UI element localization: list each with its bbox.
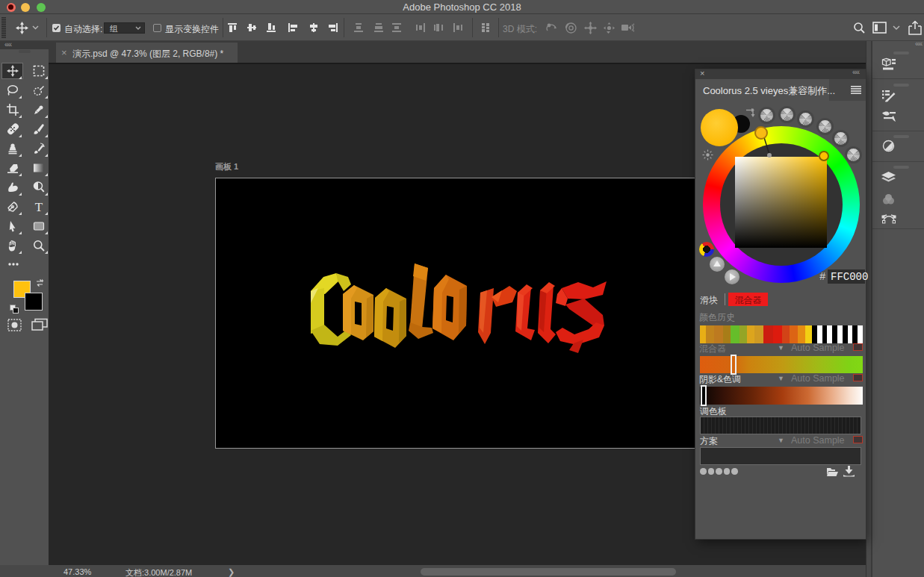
svg-text:T: T xyxy=(35,201,43,213)
